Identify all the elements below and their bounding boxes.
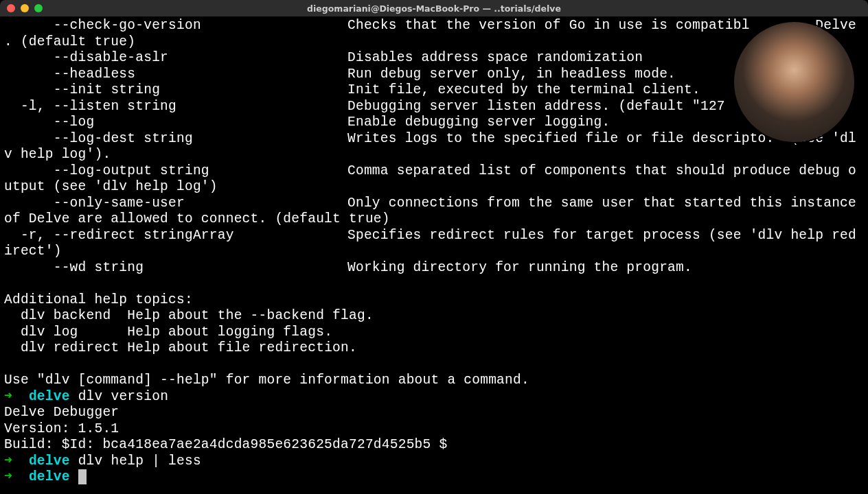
flag-name: --log-output string: [4, 163, 347, 180]
flag-desc: Disables address space randomization: [347, 50, 643, 65]
flag-continuation: . (default true): [4, 34, 864, 51]
prompt-command: dlv help | less: [78, 454, 201, 469]
help-topic: dlv redirect Help about file redirection…: [4, 340, 864, 357]
prompt-command: dlv version: [78, 389, 168, 404]
output-line: Version: 1.5.1: [4, 421, 864, 438]
flag-desc: Run debug server only, in headless mode.: [347, 67, 676, 82]
flag-name: --disable-aslr: [4, 50, 347, 67]
prompt-line: ➜ delve dlv version: [4, 389, 864, 405]
prompt-arrow-icon: ➜: [4, 454, 12, 469]
flag-line: -r, --redirect stringArraySpecifies redi…: [4, 228, 864, 260]
flag-line: --logEnable debugging server logging.: [4, 115, 864, 131]
flag-name: --check-go-version: [4, 18, 347, 34]
flag-name: --init string: [4, 82, 347, 99]
flag-desc: Enable debugging server logging.: [347, 115, 610, 130]
prompt-line-current[interactable]: ➜ delve: [4, 469, 864, 486]
flag-line: --log-dest stringWrites logs to the spec…: [4, 131, 864, 163]
flag-line: --disable-aslrDisables address space ran…: [4, 50, 864, 67]
flag-name: -l, --listen string: [4, 99, 347, 115]
webcam-overlay: [734, 22, 854, 142]
flag-line: --log-output stringComma separated list …: [4, 163, 864, 196]
help-topics-heading: Additional help topics:: [4, 292, 864, 309]
prompt-cwd: delve: [29, 454, 70, 469]
flag-line: --check-go-versionChecks that the versio…: [4, 18, 864, 34]
terminal-window: diegomariani@Diegos-MacBook-Pro — ..tori…: [0, 0, 868, 494]
window-title: diegomariani@Diegos-MacBook-Pro — ..tori…: [0, 3, 868, 14]
prompt-arrow-icon: ➜: [4, 469, 12, 484]
cursor-icon: [78, 469, 87, 484]
prompt-cwd: delve: [29, 389, 70, 404]
flag-name: -r, --redirect stringArray: [4, 228, 347, 244]
flag-name: --headless: [4, 67, 347, 83]
prompt-arrow-icon: ➜: [4, 389, 12, 404]
output-line: Build: $Id: bca418ea7ae2a4dcda985e623625…: [4, 437, 864, 454]
flag-desc: Debugging server listen address. (defaul…: [347, 99, 725, 114]
footer-hint: Use "dlv [command] --help" for more info…: [4, 373, 864, 389]
flag-line: --only-same-userOnly connections from th…: [4, 196, 864, 228]
flag-name: --log: [4, 115, 347, 131]
flag-name: --only-same-user: [4, 196, 347, 212]
flag-line: --wd stringWorking directory for running…: [4, 260, 864, 277]
help-topic: dlv log Help about logging flags.: [4, 325, 864, 341]
flag-desc: Init file, executed by the terminal clie…: [347, 82, 700, 97]
help-topic: dlv backend Help about the --backend fla…: [4, 308, 864, 325]
flag-name: --wd string: [4, 260, 347, 277]
flag-desc: Working directory for running the progra…: [347, 260, 692, 275]
flag-line: -l, --listen stringDebugging server list…: [4, 99, 864, 115]
output-line: Delve Debugger: [4, 405, 864, 421]
flag-name: --log-dest string: [4, 131, 347, 148]
prompt-line: ➜ delve dlv help | less: [4, 454, 864, 470]
titlebar: diegomariani@Diegos-MacBook-Pro — ..tori…: [0, 0, 868, 16]
prompt-cwd: delve: [29, 469, 70, 484]
